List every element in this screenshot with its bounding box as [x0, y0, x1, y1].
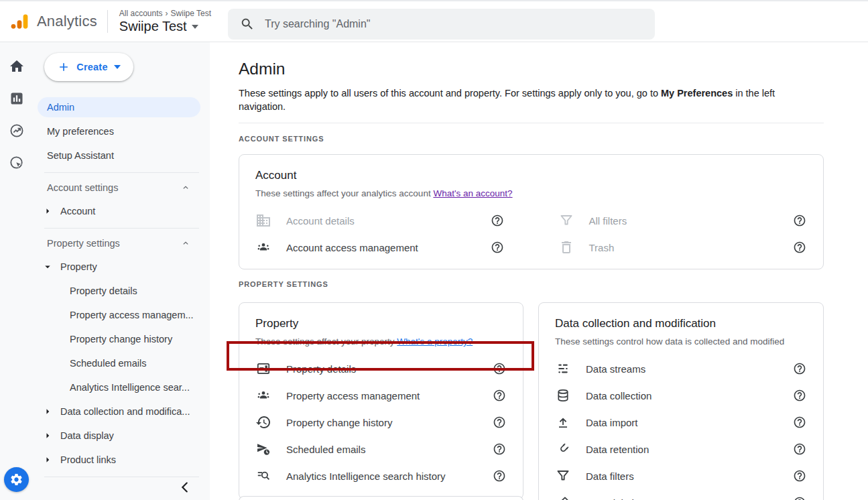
help-icon[interactable] [793, 362, 806, 375]
account-details-row[interactable]: Account details [255, 207, 505, 234]
sidebar-item-product-links[interactable]: Product links [34, 448, 210, 472]
data-card-subtitle: These settings control how data is colle… [555, 336, 807, 347]
data-filters-row[interactable]: Data filters [555, 462, 807, 489]
section-account-settings[interactable]: Account settings [34, 176, 210, 199]
help-icon[interactable] [493, 362, 506, 375]
sidebar-item-property-access-management[interactable]: Property access managem... [34, 303, 210, 327]
account-context: All accounts › Swiipe Test Swiipe Test [119, 9, 211, 34]
property-details-row[interactable]: Property details [255, 355, 507, 382]
sidebar-item-scheduled-emails[interactable]: Scheduled emails [34, 351, 210, 375]
whats-an-account-link[interactable]: What's an account? [433, 188, 512, 198]
sidebar-item-my-preferences[interactable]: My preferences [34, 119, 210, 143]
help-icon[interactable] [793, 416, 806, 429]
create-button[interactable]: Create [44, 53, 133, 81]
help-icon[interactable] [493, 442, 506, 456]
property-change-history-row[interactable]: Property change history [255, 409, 507, 436]
account-card-title: Account [255, 169, 807, 182]
row-label: Account details [286, 215, 491, 227]
next-card-partial [239, 496, 523, 500]
scheduled-emails-row[interactable]: Scheduled emails [255, 436, 507, 462]
row-label: Scheduled emails [286, 444, 493, 455]
intro-before: These settings apply to all users of thi… [239, 88, 661, 99]
expand-right-icon [42, 205, 54, 217]
layout-icon [255, 361, 271, 377]
search-bar[interactable] [228, 9, 655, 40]
subtitle-text: These settings affect your property [255, 336, 397, 347]
breadcrumb-root[interactable]: All accounts [119, 9, 163, 18]
help-icon[interactable] [491, 214, 504, 227]
account-access-management-row[interactable]: Account access management [255, 234, 505, 261]
data-collection-row[interactable]: Data collection [555, 382, 807, 409]
people-icon [255, 239, 271, 255]
data-collection-card: Data collection and modification These s… [538, 302, 824, 500]
admin-sidebar: Create Admin My preferences Setup Assist… [34, 42, 210, 500]
filter-icon [558, 212, 574, 229]
help-icon[interactable] [793, 389, 806, 402]
app-header: Analytics All accounts › Swiipe Test Swi… [0, 1, 868, 42]
sidebar-item-setup-assistant-label: Setup Assistant [47, 150, 114, 161]
sidebar-divider [44, 172, 199, 173]
collapse-sidebar-icon[interactable] [178, 480, 192, 495]
app-name: Analytics [37, 13, 97, 30]
eraser-icon [555, 495, 571, 500]
sidebar-item-account-label: Account [60, 206, 95, 216]
property-settings-section-label: PROPERTY SETTINGS [239, 280, 824, 288]
label: Product links [60, 454, 116, 465]
section-property-settings-label: Property settings [47, 238, 120, 249]
advertising-icon[interactable] [9, 123, 25, 139]
sidebar-item-property-change-history[interactable]: Property change history [34, 327, 210, 351]
row-label: All filters [589, 215, 794, 227]
intro-bold: My Preferences [661, 88, 733, 99]
property-access-management-row[interactable]: Property access management [255, 382, 507, 409]
data-streams-row[interactable]: Data streams [555, 355, 807, 382]
sidebar-item-data-collection[interactable]: Data collection and modifica... [34, 399, 210, 424]
help-icon[interactable] [493, 389, 506, 402]
help-icon[interactable] [793, 496, 806, 500]
account-selector[interactable]: Swiipe Test [119, 19, 211, 34]
analytics-intelligence-search-history-row[interactable]: Analytics Intelligence search history [255, 462, 507, 489]
account-card: Account These settings affect your analy… [239, 154, 824, 269]
app-logo[interactable]: Analytics [9, 11, 97, 32]
expand-right-icon [42, 430, 54, 442]
expand-right-icon [42, 454, 54, 466]
whats-a-property-link[interactable]: What's a property? [397, 336, 473, 347]
explore-icon[interactable] [9, 155, 25, 171]
sidebar-item-account[interactable]: Account [34, 199, 210, 223]
help-icon[interactable] [793, 241, 806, 254]
help-icon[interactable] [493, 469, 506, 483]
row-label: Analytics Intelligence search history [286, 471, 493, 482]
sidebar-item-admin[interactable]: Admin [38, 97, 200, 117]
help-icon[interactable] [793, 442, 806, 456]
data-retention-row[interactable]: Data retention [555, 436, 807, 462]
breadcrumb: All accounts › Swiipe Test [119, 9, 211, 18]
help-icon[interactable] [793, 469, 806, 483]
sidebar-item-analytics-intelligence[interactable]: Analytics Intelligence sear... [34, 375, 210, 399]
property-card-subtitle: These settings affect your property What… [255, 336, 507, 347]
section-property-settings[interactable]: Property settings [34, 232, 210, 255]
database-icon [555, 387, 571, 403]
search-input[interactable] [265, 18, 655, 30]
help-icon[interactable] [793, 214, 806, 227]
reports-icon[interactable] [9, 90, 25, 107]
breadcrumb-current[interactable]: Swiipe Test [171, 9, 211, 18]
section-account-settings-label: Account settings [47, 182, 118, 193]
help-icon[interactable] [493, 416, 506, 429]
data-import-row[interactable]: Data import [555, 409, 807, 436]
help-icon[interactable] [491, 241, 504, 254]
data-card-title: Data collection and modification [555, 317, 807, 330]
sidebar-item-property[interactable]: Property [34, 255, 210, 279]
sidebar-divider [44, 228, 199, 229]
sidebar-item-setup-assistant[interactable]: Setup Assistant [34, 143, 210, 168]
all-filters-row[interactable]: All filters [558, 207, 808, 234]
admin-gear-button[interactable] [4, 467, 29, 492]
data-deletion-requests-row[interactable]: Data deletion requests [555, 489, 807, 500]
row-label: Account access management [286, 242, 491, 253]
sidebar-item-property-details[interactable]: Property details [34, 279, 210, 303]
header-divider [107, 10, 108, 33]
home-icon[interactable] [9, 58, 25, 74]
trash-row[interactable]: Trash [558, 234, 808, 261]
sidebar-item-data-display[interactable]: Data display [34, 424, 210, 448]
sidebar-item-my-preferences-label: My preferences [47, 126, 114, 137]
admin-main-content: Admin These settings apply to all users … [210, 42, 868, 500]
label: Property access managem... [70, 310, 194, 320]
